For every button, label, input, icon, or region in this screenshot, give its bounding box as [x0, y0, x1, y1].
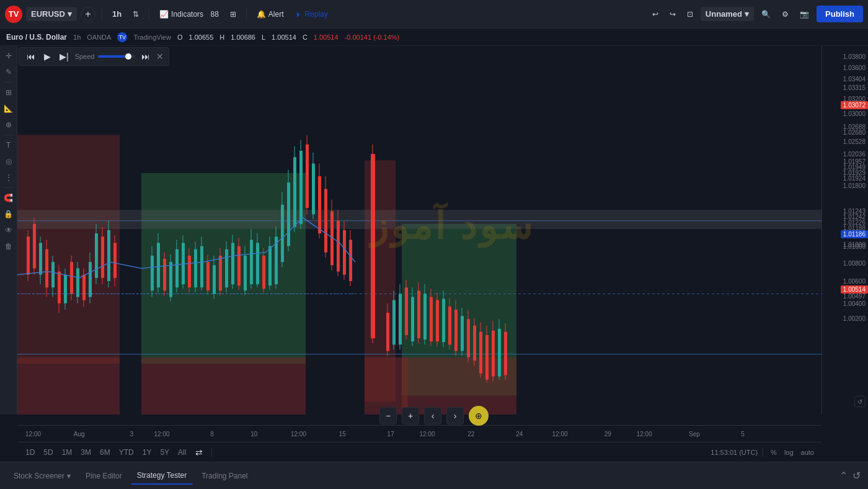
open-value: 1.00655 [189, 34, 214, 41]
divider [149, 8, 149, 20]
chart-name-label: Unnamed [706, 9, 742, 19]
cursor-position-indicator[interactable]: ⊕ [469, 406, 489, 426]
time-axis: 12:00 Aug 3 12:00 8 10 12:00 15 17 12:00… [17, 425, 822, 442]
time-label: 8 [210, 431, 214, 437]
timeframe-all[interactable]: All [175, 447, 189, 458]
chart-name-selector[interactable]: Unnamed ▾ [701, 7, 754, 21]
source-info: OANDA [87, 34, 111, 41]
stock-screener-tab[interactable]: Stock Screener ▾ [7, 468, 77, 484]
scroll-left-button[interactable]: ‹ [424, 407, 441, 424]
strategy-tester-tab[interactable]: Strategy Tester [131, 467, 193, 485]
eye-tool[interactable]: 👁 [1, 223, 16, 238]
auto-toggle[interactable]: auto [799, 447, 817, 457]
replay-close-button[interactable]: ✕ [156, 52, 164, 61]
divider [211, 448, 212, 457]
alert-button[interactable]: 🔔 Alert [253, 7, 288, 21]
timeframe-5d[interactable]: 5D [40, 447, 56, 458]
compare-chart-button[interactable]: ⇄ [192, 445, 206, 460]
play-button[interactable]: ▶ [42, 50, 53, 63]
timeframe-3m[interactable]: 3M [78, 447, 94, 458]
settings-button[interactable]: ⚙ [778, 7, 792, 21]
zoom-in-button[interactable]: + [402, 407, 419, 424]
replay-controls: ⏮ ▶ ▶| Speed ⏭ ✕ [19, 47, 169, 66]
timeframe-1d[interactable]: 1D [22, 447, 38, 458]
skip-end-button[interactable]: ⏭ [139, 50, 153, 63]
symbol-selector[interactable]: EURUSD ▾ [26, 7, 77, 21]
text-tool[interactable]: T [1, 138, 16, 153]
time-label: 12:00 [25, 431, 41, 437]
strategy-tester-label: Strategy Tester [137, 471, 187, 480]
magnet-tool[interactable]: 🧲 [1, 191, 16, 205]
time-label: 17 [388, 431, 394, 437]
price-label: 1.00800 [843, 260, 866, 267]
screenshot-button[interactable]: 📷 [796, 7, 813, 21]
timeframe-6m[interactable]: 6M [97, 447, 113, 458]
timeframe-1y[interactable]: 1Y [140, 447, 155, 458]
speed-slider[interactable] [98, 55, 135, 58]
publish-button[interactable]: Publish [817, 6, 863, 22]
divider [246, 8, 247, 20]
redo-button[interactable]: ↪ [666, 7, 680, 21]
templates-button[interactable]: ⊞ [226, 7, 240, 21]
measure-tool[interactable]: 📐 [1, 101, 16, 116]
add-symbol-button[interactable]: + [81, 7, 95, 22]
collapse-panel-button[interactable]: ⌃ [839, 470, 848, 482]
reset-scale-button[interactable]: ↺ [854, 396, 866, 407]
draw-tool[interactable]: ✎ [1, 65, 16, 79]
chart-area[interactable]: سود آموز [17, 46, 822, 415]
svg-rect-0 [17, 135, 120, 364]
shape-tool[interactable]: ◎ [1, 154, 16, 169]
timeframe-ytd[interactable]: YTD [116, 447, 137, 458]
tradingview-indicator: TV [117, 32, 127, 42]
price-label: 1.00200 [843, 315, 866, 322]
time-label: 24 [516, 431, 523, 437]
undo-button[interactable]: ↩ [649, 7, 662, 21]
pine-editor-tab[interactable]: Pine Editor [79, 468, 128, 484]
low-label: L [262, 34, 265, 41]
crosshair-tool[interactable]: ✛ [1, 48, 16, 63]
speed-fill [98, 55, 126, 58]
zoom-tool[interactable]: ⊕ [1, 117, 16, 132]
price-label: 1.01000 [843, 243, 866, 250]
step-forward-button[interactable]: ▶| [57, 50, 71, 63]
time-label: 3 [130, 431, 134, 437]
timeframe-5y[interactable]: 5Y [157, 447, 172, 458]
lock-tool[interactable]: 🔒 [1, 207, 16, 222]
compare-button[interactable]: ⇅ [129, 7, 143, 21]
status-bar-right: ⌃ ↺ [839, 470, 861, 482]
indicators-count: 88 [210, 10, 218, 19]
timeframe-1m[interactable]: 1M [59, 447, 76, 458]
trading-panel-label: Trading Panel [202, 472, 247, 480]
time-label: 10 [250, 431, 257, 437]
price-label: 1.03600 [843, 65, 866, 71]
timeframe-selector[interactable]: 1h [108, 7, 125, 21]
chart-icon: 📈 [159, 10, 169, 19]
time-label: 12:00 [637, 431, 652, 437]
zoom-out-button[interactable]: − [379, 407, 397, 424]
log-toggle[interactable]: log [782, 447, 796, 457]
price-label: 1.00497 [843, 293, 866, 300]
more-tools[interactable]: ⋮ [1, 170, 16, 185]
price-label: 1.01800 [843, 182, 866, 189]
svg-rect-4 [17, 357, 120, 415]
layout-button[interactable]: ⊡ [683, 7, 697, 21]
symbol-bar: Euro / U.S. Dollar 1h OANDA TV TradingVi… [0, 29, 868, 46]
chevron-down-icon: ▾ [67, 472, 71, 480]
symbol-label: EURUSD [31, 9, 65, 19]
delete-tool[interactable]: 🗑 [1, 239, 16, 254]
time-label: 12:00 [291, 431, 306, 437]
time-label: 29 [604, 431, 611, 437]
refresh-button[interactable]: ↺ [852, 470, 861, 482]
percent-toggle[interactable]: % [768, 447, 779, 457]
provider-info: TradingView [133, 34, 171, 41]
price-scale: 1.03800 1.03600 1.03404 1.03315 1.03200 … [822, 46, 868, 415]
replay-button[interactable]: ⏵ Replay [291, 7, 332, 21]
indicators-button[interactable]: 📈 Indicators 88 [156, 7, 223, 21]
trading-panel-tab[interactable]: Trading Panel [195, 468, 254, 484]
tv-logo: TV [5, 6, 22, 23]
grid-tool[interactable]: ⊞ [1, 85, 16, 100]
price-chart [17, 46, 822, 415]
step-back-button[interactable]: ⏮ [24, 50, 38, 63]
scroll-right-button[interactable]: › [446, 407, 464, 424]
search-button[interactable]: 🔍 [758, 7, 774, 21]
